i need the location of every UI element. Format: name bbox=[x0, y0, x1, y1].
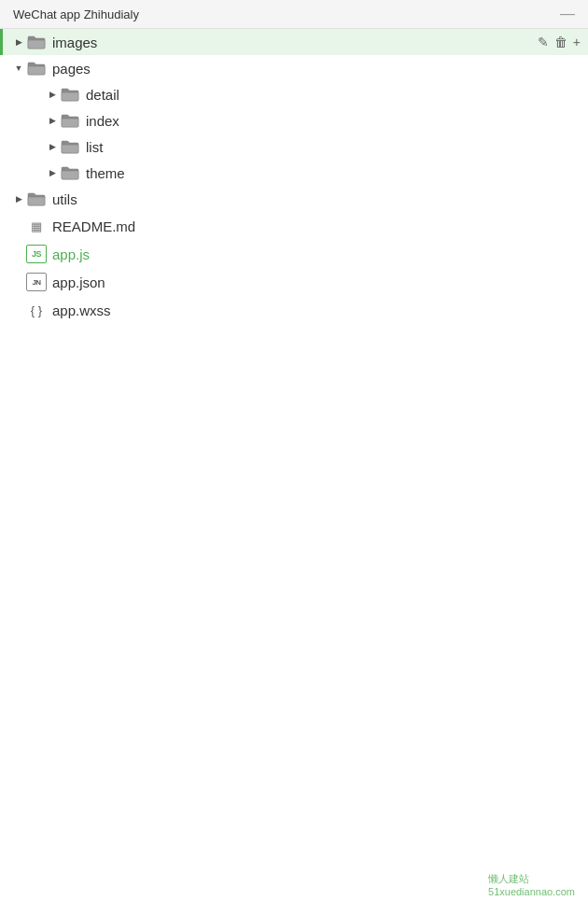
edit-icon[interactable]: ✎ bbox=[538, 35, 549, 49]
spacer bbox=[11, 303, 26, 317]
tree-item-utils-label: utils bbox=[52, 191, 77, 207]
title-bar: WeChat app Zhihudialy — bbox=[0, 0, 588, 29]
file-tree: images ✎ 🗑 + pages detail bbox=[0, 29, 588, 910]
tree-item-appjson[interactable]: JN app.json bbox=[0, 268, 588, 296]
readme-file-icon: ▦ bbox=[26, 217, 47, 235]
tree-item-appjs[interactable]: JS app.js bbox=[0, 240, 588, 268]
tree-item-appjson-label: app.json bbox=[52, 274, 105, 290]
tree-item-detail-label: detail bbox=[86, 87, 119, 103]
tree-item-readme[interactable]: ▦ README.md bbox=[0, 212, 588, 240]
tree-item-theme[interactable]: theme bbox=[0, 160, 588, 186]
tree-item-list[interactable]: list bbox=[0, 134, 588, 160]
tree-item-pages[interactable]: pages bbox=[0, 55, 588, 81]
title-bar-text: WeChat app Zhihudialy bbox=[13, 7, 139, 21]
delete-icon[interactable]: 🗑 bbox=[554, 35, 567, 49]
arrow-down-icon bbox=[11, 61, 26, 76]
tree-item-theme-label: theme bbox=[86, 165, 125, 181]
folder-icon bbox=[60, 138, 80, 155]
arrow-right-icon bbox=[11, 35, 26, 49]
folder-icon bbox=[26, 34, 47, 50]
tree-item-detail[interactable]: detail bbox=[0, 81, 588, 107]
folder-icon bbox=[26, 190, 47, 207]
arrow-right-icon bbox=[45, 87, 60, 102]
tree-item-index[interactable]: index bbox=[0, 107, 588, 134]
add-icon[interactable]: + bbox=[573, 35, 581, 49]
tree-item-images[interactable]: images ✎ 🗑 + bbox=[0, 29, 588, 55]
wxss-file-icon: { } bbox=[26, 301, 47, 319]
spacer bbox=[11, 246, 26, 261]
arrow-right-icon bbox=[45, 139, 60, 154]
json-file-icon: JN bbox=[26, 273, 47, 291]
arrow-right-icon bbox=[11, 191, 26, 206]
tree-item-utils[interactable]: utils bbox=[0, 186, 588, 212]
folder-icon bbox=[60, 86, 80, 103]
js-file-icon: JS bbox=[26, 245, 47, 263]
spacer bbox=[11, 274, 26, 289]
arrow-right-icon bbox=[45, 165, 60, 180]
tree-item-appjs-label: app.js bbox=[52, 246, 90, 262]
folder-icon bbox=[26, 60, 47, 77]
tree-item-appwxss-label: app.wxss bbox=[52, 303, 111, 318]
tree-item-index-label: index bbox=[86, 113, 119, 129]
folder-icon bbox=[60, 164, 80, 181]
minimize-icon[interactable]: — bbox=[560, 6, 575, 22]
arrow-right-icon bbox=[45, 113, 60, 128]
folder-icon bbox=[60, 112, 80, 129]
tree-item-readme-label: README.md bbox=[52, 218, 135, 234]
tree-item-images-label: images bbox=[52, 35, 97, 50]
tree-item-list-label: list bbox=[86, 139, 103, 155]
tree-item-appwxss[interactable]: { } app.wxss bbox=[0, 296, 588, 324]
tree-item-pages-label: pages bbox=[52, 61, 91, 77]
spacer bbox=[11, 218, 26, 233]
watermark: 懒人建站51xuediannao.com bbox=[488, 872, 575, 897]
